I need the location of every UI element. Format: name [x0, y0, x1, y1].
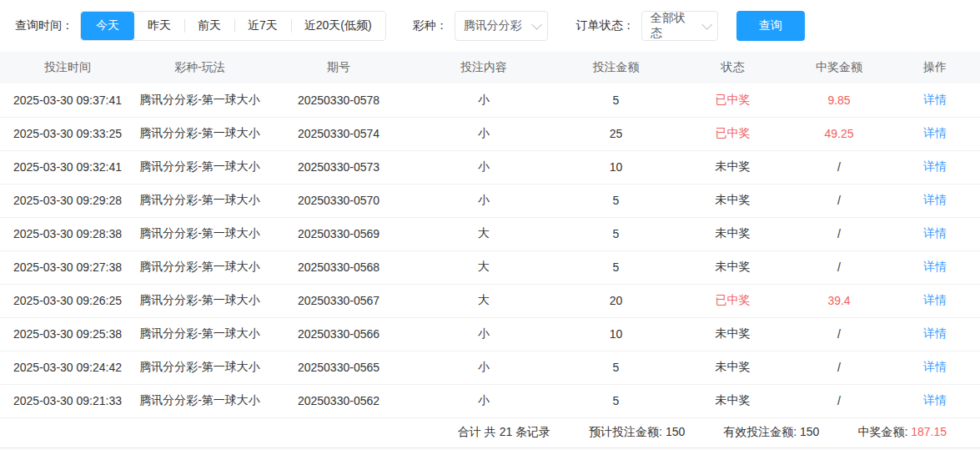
time-range-group: 今天昨天前天近7天近20天(低频) — [80, 11, 386, 41]
filter-bar: 查询时间： 今天昨天前天近7天近20天(低频) 彩种： 腾讯分分彩 订单状态： … — [0, 0, 980, 52]
cell-win-amount: 49.25 — [788, 117, 890, 150]
cell-status: 未中奖 — [677, 250, 788, 284]
cell-bet-content: 大 — [413, 217, 555, 250]
detail-link[interactable]: 详情 — [923, 93, 947, 106]
cell-status: 未中奖 — [677, 384, 788, 417]
order-status-label: 订单状态： — [576, 18, 635, 33]
summary-win-label: 中奖金额: — [857, 425, 907, 438]
cell-bet-amount: 10 — [555, 150, 677, 184]
cell-win-amount: / — [788, 351, 890, 384]
order-status-select[interactable]: 全部状态 — [641, 11, 718, 41]
cell-actions: 详情 — [890, 117, 980, 150]
lottery-select-value: 腾讯分分彩 — [464, 18, 522, 33]
cell-status: 已中奖 — [677, 284, 788, 317]
table-header-row: 投注时间 彩种-玩法 期号 投注内容 投注金额 状态 中奖金额 操作 — [0, 52, 980, 83]
detail-link[interactable]: 详情 — [923, 159, 947, 173]
cell-bet-time: 2025-03-30 09:26:25 — [0, 284, 135, 317]
cell-issue: 20250330-0566 — [264, 317, 413, 351]
time-option[interactable]: 近7天 — [234, 12, 291, 40]
detail-link[interactable]: 详情 — [923, 293, 947, 306]
header-win-amount: 中奖金额 — [788, 52, 890, 83]
table-row: 2025-03-30 09:21:33 腾讯分分彩-第一球大小 20250330… — [0, 384, 980, 417]
cell-bet-time: 2025-03-30 09:29:28 — [0, 184, 135, 217]
detail-link[interactable]: 详情 — [923, 393, 947, 407]
table-row: 2025-03-30 09:27:38 腾讯分分彩-第一球大小 20250330… — [0, 250, 980, 284]
chevron-down-icon — [701, 19, 712, 30]
cell-bet-time: 2025-03-30 09:25:38 — [0, 317, 135, 351]
cell-actions: 详情 — [890, 384, 980, 417]
header-issue: 期号 — [264, 52, 413, 83]
table-row: 2025-03-30 09:24:42 腾讯分分彩-第一球大小 20250330… — [0, 351, 980, 384]
cell-issue: 20250330-0562 — [264, 384, 413, 417]
cell-actions: 详情 — [890, 83, 980, 117]
cell-bet-amount: 5 — [555, 83, 677, 117]
cell-game-play: 腾讯分分彩-第一球大小 — [135, 317, 264, 351]
table-row: 2025-03-30 09:33:25 腾讯分分彩-第一球大小 20250330… — [0, 117, 980, 150]
cell-bet-amount: 10 — [555, 317, 677, 351]
cell-issue: 20250330-0568 — [264, 250, 413, 284]
table-row: 2025-03-30 09:32:41 腾讯分分彩-第一球大小 20250330… — [0, 150, 980, 184]
cell-bet-content: 小 — [413, 184, 555, 217]
lottery-label: 彩种： — [413, 18, 448, 33]
cell-bet-time: 2025-03-30 09:37:41 — [0, 83, 135, 117]
cell-win-amount: / — [788, 217, 890, 250]
cell-game-play: 腾讯分分彩-第一球大小 — [135, 284, 264, 317]
time-option[interactable]: 近20天(低频) — [291, 12, 385, 40]
detail-link[interactable]: 详情 — [923, 226, 947, 240]
cell-win-amount: / — [788, 184, 890, 217]
header-status: 状态 — [677, 52, 788, 83]
detail-link[interactable]: 详情 — [923, 126, 947, 139]
header-bet-time: 投注时间 — [0, 52, 135, 83]
table-row: 2025-03-30 09:37:41 腾讯分分彩-第一球大小 20250330… — [0, 83, 980, 117]
cell-issue: 20250330-0573 — [264, 150, 413, 184]
cell-issue: 20250330-0569 — [264, 217, 413, 250]
cell-bet-content: 大 — [413, 250, 555, 284]
order-status-select-value: 全部状态 — [651, 11, 696, 41]
search-button[interactable]: 查询 — [736, 11, 805, 41]
cell-win-amount: / — [788, 250, 890, 284]
summary-win-value: 187.15 — [911, 425, 947, 438]
cell-actions: 详情 — [890, 184, 980, 217]
cell-actions: 详情 — [890, 150, 980, 184]
cell-bet-amount: 5 — [555, 184, 677, 217]
cell-game-play: 腾讯分分彩-第一球大小 — [135, 83, 264, 117]
bet-records-table: 投注时间 彩种-玩法 期号 投注内容 投注金额 状态 中奖金额 操作 2025-… — [0, 52, 980, 418]
detail-link[interactable]: 详情 — [923, 260, 947, 273]
cell-game-play: 腾讯分分彩-第一球大小 — [135, 217, 264, 250]
detail-link[interactable]: 详情 — [923, 326, 947, 340]
cell-actions: 详情 — [890, 217, 980, 250]
cell-status: 未中奖 — [677, 184, 788, 217]
lottery-select[interactable]: 腾讯分分彩 — [455, 11, 548, 41]
cell-actions: 详情 — [890, 317, 980, 351]
cell-issue: 20250330-0565 — [264, 351, 413, 384]
cell-issue: 20250330-0574 — [264, 117, 413, 150]
summary-total-records: 合计 共 21 条记录 — [458, 425, 550, 440]
cell-bet-amount: 5 — [555, 250, 677, 284]
cell-bet-time: 2025-03-30 09:28:38 — [0, 217, 135, 250]
cell-status: 已中奖 — [677, 117, 788, 150]
header-game-play: 彩种-玩法 — [135, 52, 264, 83]
time-option[interactable]: 今天 — [81, 12, 134, 40]
cell-game-play: 腾讯分分彩-第一球大小 — [135, 150, 264, 184]
cell-bet-amount: 25 — [555, 117, 677, 150]
time-option[interactable]: 前天 — [184, 12, 234, 40]
cell-bet-content: 小 — [413, 117, 555, 150]
time-option[interactable]: 昨天 — [134, 12, 184, 40]
cell-win-amount: / — [788, 317, 890, 351]
detail-link[interactable]: 详情 — [923, 193, 947, 206]
header-bet-amount: 投注金额 — [555, 52, 677, 83]
cell-bet-time: 2025-03-30 09:32:41 — [0, 150, 135, 184]
detail-link[interactable]: 详情 — [923, 360, 947, 373]
cell-actions: 详情 — [890, 284, 980, 317]
table-row: 2025-03-30 09:25:38 腾讯分分彩-第一球大小 20250330… — [0, 317, 980, 351]
table-row: 2025-03-30 09:26:25 腾讯分分彩-第一球大小 20250330… — [0, 284, 980, 317]
cell-issue: 20250330-0567 — [264, 284, 413, 317]
cell-bet-content: 小 — [413, 384, 555, 417]
cell-status: 已中奖 — [677, 83, 788, 117]
cell-bet-time: 2025-03-30 09:21:33 — [0, 384, 135, 417]
cell-status: 未中奖 — [677, 150, 788, 184]
cell-actions: 详情 — [890, 250, 980, 284]
cell-game-play: 腾讯分分彩-第一球大小 — [135, 384, 264, 417]
cell-actions: 详情 — [890, 351, 980, 384]
cell-bet-time: 2025-03-30 09:24:42 — [0, 351, 135, 384]
